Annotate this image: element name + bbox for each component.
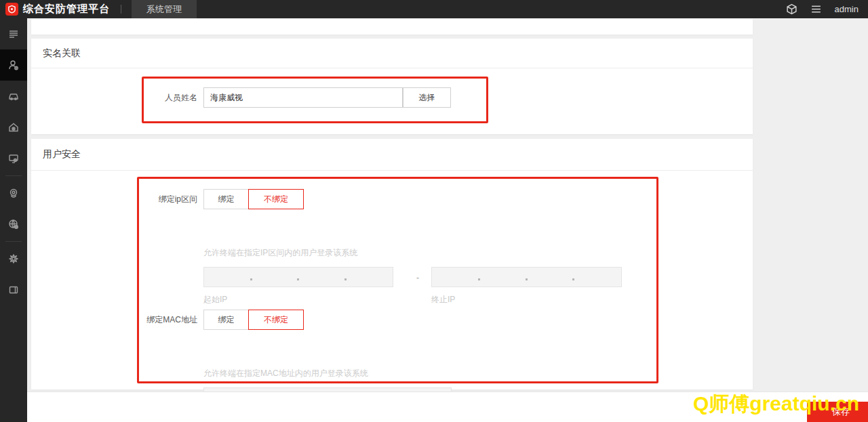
sidebar-item-settings[interactable] bbox=[0, 243, 27, 274]
network-settings-icon bbox=[7, 218, 20, 230]
user-settings-icon bbox=[7, 59, 20, 71]
sidebar-item-monitor-settings[interactable] bbox=[0, 143, 27, 174]
ip-range-separator: - bbox=[408, 273, 427, 282]
sidebar-item-home-settings[interactable] bbox=[0, 112, 27, 143]
menu-list-icon bbox=[7, 28, 20, 40]
sidebar-item-terminal[interactable] bbox=[0, 274, 27, 305]
start-ip-input[interactable] bbox=[203, 267, 393, 287]
settings-gear-icon bbox=[7, 253, 20, 265]
platform-logo-icon bbox=[5, 3, 18, 16]
section-title: 用户安全 bbox=[43, 148, 81, 161]
footer-bar: 保存 bbox=[27, 392, 868, 422]
realname-section: 实名关联 人员姓名 选择 bbox=[31, 39, 753, 134]
tab-system-management[interactable]: 系统管理 bbox=[132, 0, 197, 18]
topbar-divider bbox=[121, 5, 121, 14]
bind-ip-label: 绑定ip区间 bbox=[31, 189, 197, 209]
topbar-right: admin bbox=[786, 3, 868, 16]
sidebar bbox=[0, 18, 27, 422]
section-title: 实名关联 bbox=[43, 47, 81, 60]
menu-icon[interactable] bbox=[810, 3, 823, 16]
security-section: 用户安全 绑定ip区间 绑定 不绑定 允许终端在指定IP区间内的用户登录该系统 … bbox=[31, 139, 753, 389]
previous-panel-stub bbox=[31, 19, 753, 35]
save-button[interactable]: 保存 bbox=[807, 402, 868, 422]
sidebar-separator bbox=[5, 241, 22, 242]
person-name-input[interactable] bbox=[203, 87, 403, 108]
start-ip-label: 起始IP bbox=[203, 294, 227, 305]
ip-unbind-button[interactable]: 不绑定 bbox=[248, 189, 304, 209]
home-settings-icon bbox=[7, 121, 20, 133]
mac-unbind-button[interactable]: 不绑定 bbox=[248, 310, 304, 330]
app-window: 综合安防管理平台 系统管理 admin bbox=[0, 0, 868, 422]
select-person-button[interactable]: 选择 bbox=[403, 87, 451, 108]
realname-section-header: 实名关联 bbox=[31, 39, 753, 68]
sidebar-item-network-settings[interactable] bbox=[0, 209, 27, 240]
person-name-label: 人员姓名 bbox=[31, 87, 197, 108]
mac-bind-toggle: 绑定 不绑定 bbox=[203, 310, 304, 330]
ip-hint-text: 允许终端在指定IP区间内的用户登录该系统 bbox=[203, 247, 357, 259]
app-title: 综合安防管理平台 bbox=[23, 3, 110, 16]
bind-mac-label: 绑定MAC地址 bbox=[31, 310, 197, 330]
terminal-icon bbox=[7, 284, 20, 296]
end-ip-input[interactable] bbox=[431, 267, 622, 287]
user-menu[interactable]: admin bbox=[835, 4, 859, 14]
sidebar-item-menu-list[interactable] bbox=[0, 18, 27, 49]
sidebar-item-vehicle[interactable] bbox=[0, 81, 27, 112]
sidebar-separator bbox=[5, 175, 22, 176]
mac-bind-button[interactable]: 绑定 bbox=[203, 310, 249, 330]
topbar: 综合安防管理平台 系统管理 admin bbox=[0, 0, 868, 18]
monitor-settings-icon bbox=[7, 152, 20, 165]
sidebar-item-user-settings[interactable] bbox=[0, 49, 27, 81]
ip-bind-toggle: 绑定 不绑定 bbox=[203, 189, 304, 209]
cube-icon[interactable] bbox=[786, 3, 798, 16]
vehicle-icon bbox=[7, 90, 20, 102]
sidebar-item-camera[interactable] bbox=[0, 177, 27, 209]
end-ip-label: 终止IP bbox=[431, 294, 455, 305]
mac-hint-text: 允许终端在指定MAC地址内的用户登录该系统 bbox=[203, 368, 368, 379]
camera-icon bbox=[7, 187, 20, 199]
security-section-header: 用户安全 bbox=[31, 139, 753, 171]
ip-bind-button[interactable]: 绑定 bbox=[203, 189, 249, 209]
